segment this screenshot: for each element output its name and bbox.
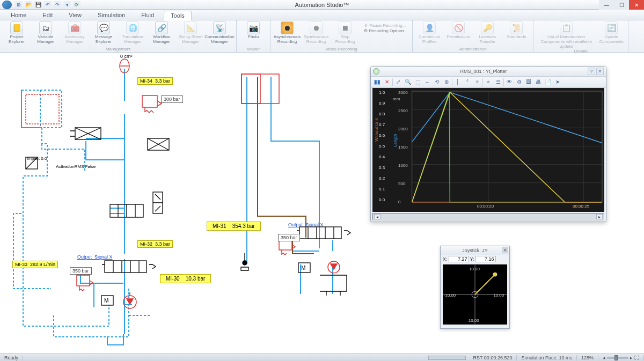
ribbon-message-explorer[interactable]: 💬Message Explorer xyxy=(90,21,117,45)
target-icon[interactable]: ⊕ xyxy=(442,78,451,86)
ribbon-group-label: Viewer xyxy=(240,47,267,52)
plot-area[interactable]: 1.00.90.80.70.60.50.40.30.20.10.0 300025… xyxy=(372,88,604,212)
impact-label: Impact 0.0 xyxy=(27,156,47,161)
zoom-reset-icon[interactable]: ⟲ xyxy=(433,78,441,86)
delete-icon[interactable]: ✕ xyxy=(383,78,391,86)
ribbon-project-explorer[interactable]: 📒Project Explorer xyxy=(3,21,30,45)
output-signal-link-left[interactable]: Output_Signal X xyxy=(77,254,113,260)
joystick-x-input[interactable] xyxy=(449,256,469,262)
menu-tab-simulation[interactable]: Simulation xyxy=(91,11,131,19)
plotter-panel[interactable]: RMS_001 : Yt_Plotter ? ✕ ▮▮ ✕ ⤢ 🔍 ⬚ ↔ ⟲ … xyxy=(370,67,606,222)
props-icon[interactable]: ⚙ xyxy=(515,78,523,86)
export-img-icon[interactable]: 🖼 xyxy=(524,78,533,86)
qa-dropdown-icon[interactable]: ▾ xyxy=(63,1,71,9)
joystick-header[interactable]: Joystick: JY ✕ xyxy=(441,246,509,255)
ribbon-photo[interactable]: 📷Photo xyxy=(240,21,267,40)
plotter-power-icon[interactable] xyxy=(373,68,379,75)
plotter-help-icon[interactable]: ? xyxy=(588,68,595,75)
ribbon-workflow-manager[interactable]: 🔗Workflow Manager xyxy=(148,21,175,45)
qa-undo-icon[interactable]: ↶ xyxy=(44,1,52,9)
plot-scrollbar[interactable]: ◂ ▸ xyxy=(372,213,604,220)
ribbon-toolbar: 📒Project Explorer🗂Variable Manager🧰Acces… xyxy=(0,20,644,53)
menu-tab-tools[interactable]: Tools xyxy=(164,11,192,20)
scroll-right-button[interactable]: ▸ xyxy=(596,214,603,219)
ribbon-label: Translation Manager xyxy=(119,35,146,45)
view-icon[interactable]: 👁 xyxy=(505,78,514,86)
svg-rect-16 xyxy=(105,261,147,272)
ribbon-recording-options[interactable]: ⚙ Recording Options xyxy=(361,28,409,33)
cursor-v-icon[interactable]: │ xyxy=(453,78,462,86)
cursor-xy-icon[interactable]: ✧ xyxy=(473,78,481,86)
joystick-close-icon[interactable]: ✕ xyxy=(502,247,508,253)
joystick-title: Joystick: JY xyxy=(462,248,488,253)
ribbon-asynchronous-recording[interactable]: ⏺Asynchronous Recording xyxy=(274,21,301,45)
plotter-header[interactable]: RMS_001 : Yt_Plotter ? ✕ xyxy=(371,67,606,77)
joystick-panel[interactable]: Joystick: JY ✕ X: Y: 10.00 -10.00 -10.00… xyxy=(440,246,510,329)
zoom-in-icon[interactable]: 🔍 xyxy=(404,78,412,86)
ribbon-communication-manager[interactable]: 📡Communication Manager xyxy=(206,21,233,45)
pause-icon[interactable]: ▮▮ xyxy=(373,78,382,86)
minimize-button[interactable]: — xyxy=(599,0,614,10)
ribbon-variable-manager[interactable]: 🗂Variable Manager xyxy=(32,21,59,45)
svg-rect-0 xyxy=(21,90,62,128)
qa-redo-icon[interactable]: ↷ xyxy=(54,1,61,9)
window-buttons: — ☐ ✕ xyxy=(599,0,644,10)
qa-refresh-icon[interactable]: ⟳ xyxy=(73,1,80,9)
tag-mi33: MI-33 282.9 L/min xyxy=(12,261,58,268)
zoom-in-button[interactable]: ▸ xyxy=(630,355,633,360)
plotter-close-icon[interactable]: ✕ xyxy=(596,68,604,75)
svg-text:M: M xyxy=(301,265,305,271)
scroll-left-button[interactable]: ◂ xyxy=(374,214,380,219)
statusbar: Ready RST 00:00:26.520 Simulation Pace: … xyxy=(0,353,644,361)
zoom-select-icon[interactable]: ⬚ xyxy=(413,78,422,86)
menu-tab-view[interactable]: View xyxy=(62,11,88,19)
y2-tick: 2000 xyxy=(398,127,408,131)
ribbon-label: Synchronous Recording xyxy=(303,35,330,45)
x-tick-0: 00:00:20 xyxy=(477,204,494,209)
ribbon-permissions: 🚫Permissions xyxy=(445,21,472,45)
y1-tick: 0.0 xyxy=(379,197,385,202)
svg-text:-10.00: -10.00 xyxy=(467,318,479,323)
zoom-x-icon[interactable]: ↔ xyxy=(423,78,431,86)
plotter-title: RMS_001 : Yt_Plotter xyxy=(460,69,507,74)
y1-axis-label: Without Unit xyxy=(374,119,379,142)
ribbon-group-label: Video Recording xyxy=(274,47,409,52)
snap-icon[interactable]: ⌖ xyxy=(484,78,493,86)
ribbon-update-components: 🔄Update Components xyxy=(598,21,625,49)
fit-button[interactable]: ⛶ xyxy=(634,355,639,360)
qa-open-icon[interactable]: 📂 xyxy=(25,1,32,9)
zoom-out-button[interactable]: ◂ xyxy=(603,355,605,360)
joystick-x-label: X: xyxy=(443,256,448,262)
export-data-icon[interactable]: 📄 xyxy=(544,78,552,86)
menu-tab-fluid[interactable]: Fluid xyxy=(135,11,160,19)
y1-tick: 0.5 xyxy=(379,144,385,149)
joystick-y-input[interactable] xyxy=(475,256,496,262)
ribbon-group-label: Administration xyxy=(416,47,530,52)
qa-save-icon[interactable]: 💾 xyxy=(34,1,42,9)
schematic-canvas[interactable]: M M 0 cm³ MI-34 3.3 bar 300 bar Impact 0… xyxy=(0,53,644,353)
close-button[interactable]: ✕ xyxy=(629,0,644,10)
maximize-button[interactable]: ☐ xyxy=(614,0,629,10)
options-icon[interactable]: ☰ xyxy=(494,78,502,86)
svg-text:10.00: 10.00 xyxy=(469,267,480,271)
titlebar: 🗎 📂 💾 ↶ ↷ ▾ ⟳ Automation Studio™ — ☐ ✕ xyxy=(0,0,644,10)
output-signal-link-right[interactable]: Output_Signal X xyxy=(288,222,324,227)
goto-icon[interactable]: ➤ xyxy=(553,78,562,86)
joystick-pad[interactable]: 10.00 -10.00 -10.00 10.00 xyxy=(443,264,507,325)
ribbon-icon: 🌐 xyxy=(126,21,139,34)
status-pace: Simulation Pace: 10 ms xyxy=(517,355,577,360)
x-tick-1: 00:00:25 xyxy=(573,204,589,209)
y2-tick: 2500 xyxy=(398,108,408,113)
cursor-h-icon[interactable]: ° xyxy=(463,78,472,86)
print-icon[interactable]: 🖶 xyxy=(534,78,543,86)
ribbon-label: List of Manufacturer Components with ava… xyxy=(537,35,596,49)
zoom-fit-icon[interactable]: ⤢ xyxy=(394,78,402,86)
ribbon-label: Stop Recording xyxy=(332,35,358,45)
ribbon-label: Permissions xyxy=(447,35,470,40)
ribbon-accessory-manager: 🧰Accessory Manager xyxy=(61,21,88,45)
ribbon-icon: 🧰 xyxy=(68,21,81,34)
status-progress xyxy=(428,356,466,360)
menu-tab-home[interactable]: Home xyxy=(4,11,33,19)
qa-new-icon[interactable]: 🗎 xyxy=(15,1,23,9)
menu-tab-edit[interactable]: Edit xyxy=(36,11,59,19)
